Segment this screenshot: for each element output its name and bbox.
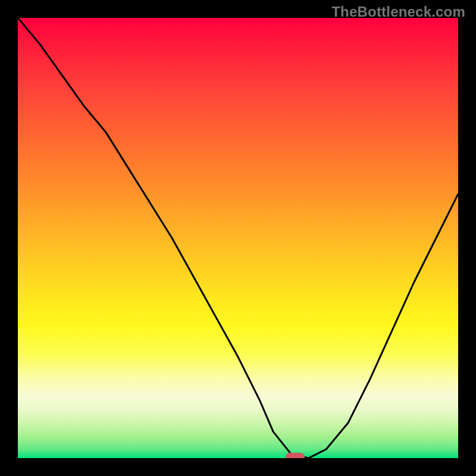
optimum-marker [286, 453, 305, 458]
watermark-text: TheBottleneck.com [331, 4, 465, 20]
plot-area [18, 18, 458, 458]
curve-path [18, 18, 458, 458]
chart-frame: TheBottleneck.com [0, 0, 476, 476]
bottleneck-curve [18, 18, 458, 458]
